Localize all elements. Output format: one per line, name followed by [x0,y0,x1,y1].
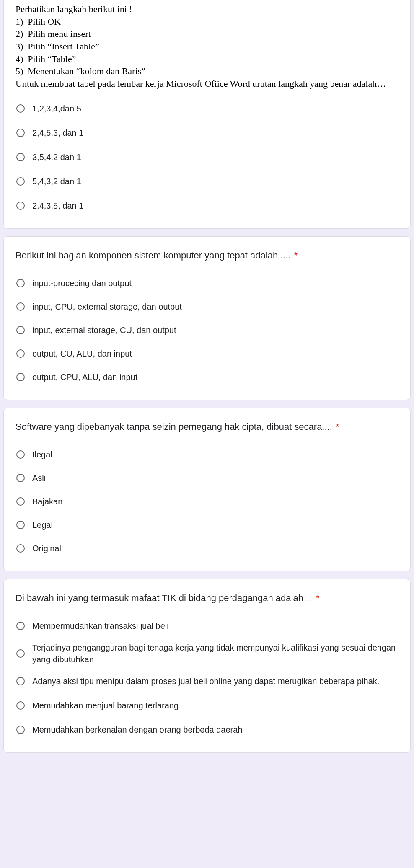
radio-option[interactable]: input-procecing dan output [16,273,398,293]
radio-icon [16,520,26,530]
radio-option[interactable]: input, CPU, external storage, dan output [16,297,398,317]
radio-option[interactable]: output, CPU, ALU, dan input [16,367,398,387]
option-label: 2,4,5,3, dan 1 [32,127,83,139]
radio-icon [16,543,26,553]
option-label: Memudahkan menjual barang terlarang [32,700,179,711]
stem-line: 1) Pilih OK [16,16,398,28]
stem-line: 2) Pilih menu insert [16,28,398,40]
option-label: Adanya aksi tipu menipu dalam proses jua… [32,675,379,687]
svg-point-11 [17,474,24,482]
radio-icon [16,349,26,359]
svg-point-6 [17,303,24,310]
radio-option[interactable]: Legal [16,515,398,535]
radio-icon [16,128,26,138]
radio-icon [16,450,26,460]
radio-option[interactable]: Adanya aksi tipu menipu dalam proses jua… [16,671,398,691]
radio-icon [16,496,26,506]
svg-point-15 [17,622,24,630]
svg-point-16 [17,650,24,657]
option-label: Original [32,542,61,554]
required-marker: * [336,421,339,432]
radio-option[interactable]: Ilegal [16,444,398,465]
svg-point-10 [17,451,24,458]
radio-option[interactable]: 3,5,4,2 dan 1 [16,147,398,167]
stem-line: Untuk membuat tabel pada lembar kerja Mi… [16,78,398,90]
option-label: output, CU, ALU, dan input [32,348,132,359]
radio-icon [16,201,26,211]
svg-point-2 [17,153,24,161]
svg-point-13 [17,521,24,529]
radio-option[interactable]: Memudahkan menjual barang terlarang [16,695,398,716]
radio-icon [16,473,26,483]
stem-line: 3) Pilih “Insert Table” [16,40,398,53]
question-title: Berikut ini bagian komponen sistem kompu… [16,248,398,262]
radio-option[interactable]: Memudahkan berkenalan dengan orang berbe… [16,720,398,740]
svg-point-5 [17,279,24,287]
options-group: Mempermudahkan transaksi jual beli Terja… [16,616,398,740]
radio-icon [16,152,26,162]
options-group: Ilegal Asli Bajakan Legal Original [16,444,398,558]
svg-point-14 [17,545,24,552]
radio-option[interactable]: 1,2,3,4,dan 5 [16,98,398,119]
title-text: Di bawah ini yang termasuk mafaat TIK di… [16,593,313,603]
option-label: input, external storage, CU, dan output [32,324,176,336]
option-label: Mempermudahkan transaksi jual beli [32,620,169,632]
radio-option[interactable]: output, CU, ALU, dan input [16,344,398,364]
stem-line: 4) Pilih “Table” [16,53,398,65]
radio-option[interactable]: Terjadinya pengangguran bagi tenaga kerj… [16,640,398,667]
options-group: input-procecing dan output input, CPU, e… [16,273,398,387]
option-label: 2,4,3,5, dan 1 [32,200,83,212]
radio-option[interactable]: Bajakan [16,491,398,512]
option-label: Bajakan [32,496,62,507]
svg-point-7 [17,326,24,334]
question-card-4: Di bawah ini yang termasuk mafaat TIK di… [3,579,411,753]
radio-icon [16,278,26,288]
radio-option[interactable]: input, external storage, CU, dan output [16,320,398,340]
option-label: Asli [32,472,46,484]
radio-icon [16,700,26,710]
radio-icon [16,621,26,631]
svg-point-17 [17,677,24,685]
radio-icon [16,648,26,659]
svg-point-12 [17,498,24,505]
option-label: 1,2,3,4,dan 5 [32,103,81,114]
radio-icon [16,372,26,382]
options-group: 1,2,3,4,dan 5 2,4,5,3, dan 1 3,5,4,2 dan… [16,98,398,216]
svg-point-19 [17,726,24,734]
stem-line: 5) Menentukan “kolom dan Baris” [16,65,398,78]
question-title: Di bawah ini yang termasuk mafaat TIK di… [16,591,398,605]
svg-point-8 [17,350,24,357]
svg-point-0 [17,105,24,112]
option-label: Terjadinya pengangguran bagi tenaga kerj… [32,642,398,665]
radio-option[interactable]: Asli [16,468,398,488]
option-label: 3,5,4,2 dan 1 [32,151,81,163]
svg-point-9 [17,373,24,381]
required-marker: * [294,250,298,261]
radio-icon [16,176,26,186]
option-label: output, CPU, ALU, dan input [32,371,137,383]
radio-icon [16,676,26,686]
option-label: Ilegal [32,449,52,460]
svg-point-1 [17,129,24,137]
radio-option[interactable]: 2,4,3,5, dan 1 [16,196,398,216]
option-label: Legal [32,519,53,531]
question-stem: Perhatikan langkah berikut ini ! 1) Pili… [16,3,398,90]
question-title: Software yang dipebanyak tanpa seizin pe… [16,420,398,434]
radio-icon [16,302,26,312]
question-card-1: Perhatikan langkah berikut ini ! 1) Pili… [3,0,411,229]
option-label: input-procecing dan output [32,277,132,289]
radio-icon [16,725,26,735]
title-text: Berikut ini bagian komponen sistem kompu… [16,250,291,261]
option-label: input, CPU, external storage, dan output [32,301,182,313]
radio-option[interactable]: Mempermudahkan transaksi jual beli [16,616,398,636]
title-text: Software yang dipebanyak tanpa seizin pe… [16,421,332,432]
required-marker: * [316,593,320,603]
option-label: 5,4,3,2 dan 1 [32,176,81,187]
svg-point-4 [17,202,24,209]
radio-option[interactable]: Original [16,538,398,558]
radio-option[interactable]: 2,4,5,3, dan 1 [16,123,398,143]
svg-point-3 [17,178,24,185]
question-card-2: Berikut ini bagian komponen sistem kompu… [3,236,411,400]
radio-option[interactable]: 5,4,3,2 dan 1 [16,171,398,191]
radio-icon [16,325,26,335]
